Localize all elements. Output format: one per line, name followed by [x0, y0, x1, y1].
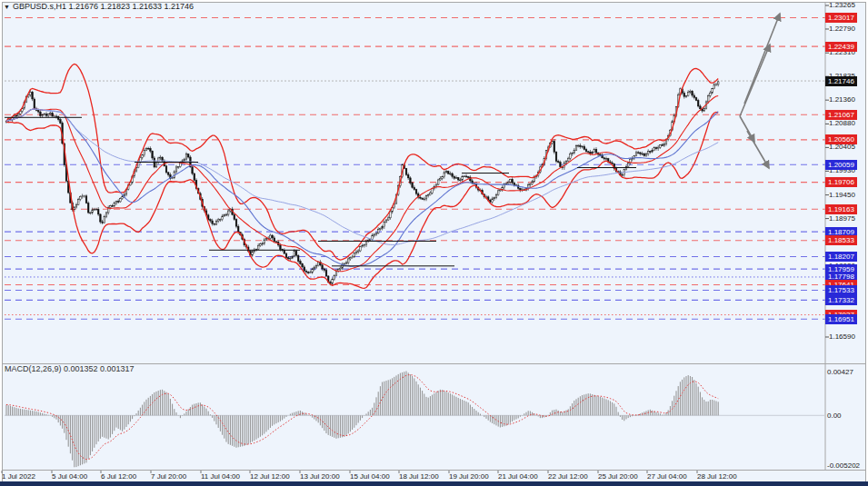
- price-level-label-1.17332: 1.17332: [825, 295, 857, 305]
- price-tick-label: 1.19450: [829, 191, 855, 200]
- price-level-label-1.18207: 1.18207: [825, 252, 857, 262]
- price-chart-canvas[interactable]: [0, 0, 868, 486]
- time-tick-label: 13 Jul 20:00: [300, 472, 340, 481]
- time-tick-label: 12 Jul 12:00: [250, 472, 290, 481]
- forecast-arrows-layer: [740, 14, 780, 168]
- price-tick-label: 1.21360: [829, 95, 855, 104]
- macd-axis-min: -0.005202: [827, 461, 860, 470]
- forecast-arrow[interactable]: [747, 131, 769, 168]
- price-level-label-1.20059: 1.20059: [825, 160, 857, 170]
- time-tick-label: 28 Jul 12:00: [697, 472, 737, 481]
- price-level-label-1.17533: 1.17533: [825, 285, 857, 295]
- time-tick-label: 25 Jul 20:00: [598, 472, 638, 481]
- taskbar-strip[interactable]: [0, 481, 868, 486]
- price-level-label-1.23017: 1.23017: [825, 13, 857, 23]
- time-axis[interactable]: 1 Jul 20225 Jul 04:006 Jul 12:007 Jul 20…: [0, 471, 868, 481]
- price-level-label-1.16951: 1.16951: [825, 314, 857, 324]
- current-price-label: 1.21746: [825, 76, 857, 86]
- time-tick-label: 11 Jul 04:00: [201, 472, 240, 481]
- time-tick-label: 5 Jul 04:00: [52, 472, 87, 481]
- price-level-label-1.19163: 1.19163: [825, 204, 857, 214]
- bollinger-lower-band: [6, 113, 718, 289]
- price-level-label-1.20560: 1.20560: [825, 134, 857, 144]
- chart-title-bar: ▼GBPUSD.s,H1 1.21676 1.21823 1.21633 1.2…: [4, 2, 194, 11]
- macd-histogram-layer: [6, 372, 718, 468]
- bollinger-upper-band: [6, 64, 718, 261]
- time-tick-label: 7 Jul 20:00: [151, 472, 186, 481]
- price-tick-label: 1.16590: [829, 332, 855, 342]
- price-level-label-1.21067: 1.21067: [825, 110, 857, 120]
- time-tick-label: 19 Jul 20:00: [449, 472, 489, 481]
- price-tick-label: 1.22790: [829, 25, 855, 34]
- time-tick-label: 27 Jul 04:00: [647, 472, 687, 481]
- time-tick-label: 15 Jul 04:00: [350, 472, 390, 481]
- price-level-label-1.18533: 1.18533: [825, 235, 857, 245]
- macd-axis-max: 0.00427: [827, 368, 853, 376]
- time-tick-label: 18 Jul 12:00: [399, 472, 439, 481]
- price-tick-label: 1.23265: [829, 1, 855, 10]
- level-lines-layer: [5, 18, 825, 320]
- metatrader-window: ▼GBPUSD.s,H1 1.21676 1.21823 1.21633 1.2…: [0, 0, 868, 486]
- price-level-label-1.22439: 1.22439: [825, 42, 857, 52]
- forecast-arrow[interactable]: [744, 14, 780, 104]
- price-tick-label: 1.20880: [829, 119, 855, 128]
- macd-indicator-label: MACD(12,26,9) 0.001352 0.001317: [5, 364, 135, 373]
- forecast-arrow[interactable]: [740, 116, 754, 142]
- forecast-arrow[interactable]: [740, 45, 770, 116]
- time-tick-label: 22 Jul 12:00: [548, 472, 588, 481]
- time-tick-label: 6 Jul 12:00: [101, 472, 136, 481]
- ma-fast-line: [6, 109, 718, 266]
- time-tick-label: 1 Jul 2022: [2, 472, 35, 481]
- time-tick-label: 21 Jul 04:00: [498, 472, 538, 481]
- price-level-label-1.19706: 1.19706: [825, 177, 857, 187]
- symbol-ohlc-text: GBPUSD.s,H1 1.21676 1.21823 1.21633 1.21…: [13, 2, 194, 11]
- chart-dropdown-icon[interactable]: ▼: [4, 4, 10, 10]
- macd-axis-zero: 0.00: [827, 412, 842, 420]
- price-tick-label: 1.18975: [829, 214, 855, 223]
